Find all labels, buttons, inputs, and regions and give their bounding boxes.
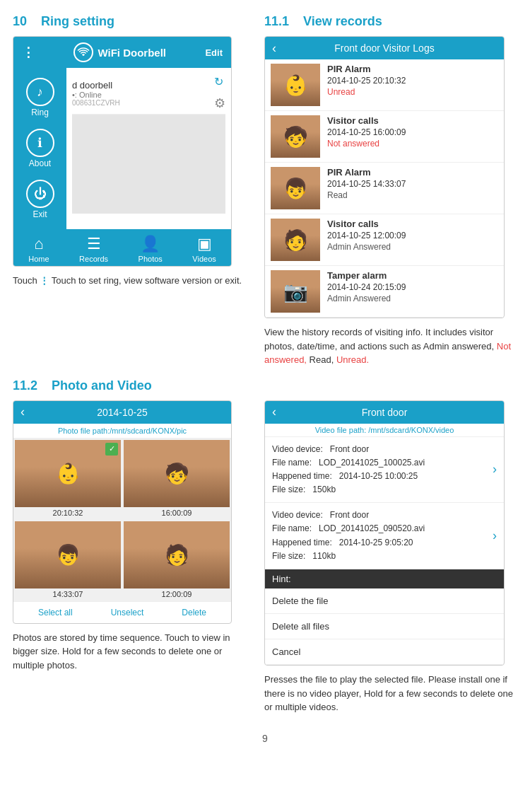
records-desc-text1: View the history records of visiting inf… xyxy=(264,327,497,352)
delete-button[interactable]: Delete xyxy=(182,608,206,617)
log-info-3: PIR Alarm 2014-10-25 14:33:07 Read xyxy=(320,167,498,200)
device-status: Online xyxy=(79,91,102,99)
unselect-button[interactable]: Unselect xyxy=(111,608,144,617)
phone-main-content: d doorbell •: Online 008631CZVRH ↻ ⚙ xyxy=(66,68,231,229)
video-description: Presses the file to play the selected fi… xyxy=(264,673,517,714)
records-description: View the history records of visiting inf… xyxy=(264,325,517,367)
video-mockup: ‹ Front door Video file path: /mnt/sdcar… xyxy=(264,400,505,666)
photo-ts-4: 12:00:09 xyxy=(124,588,230,600)
nav-records[interactable]: ☰ Records xyxy=(79,235,108,263)
nav-photos[interactable]: 👤 Photos xyxy=(139,235,163,263)
nav-videos[interactable]: ▣ Videos xyxy=(192,235,216,263)
video-info-1: Video device: Front door File name: LOD_… xyxy=(272,443,493,497)
menu-dots-icon[interactable]: ⋮ xyxy=(22,45,35,60)
photo-img-2 xyxy=(124,440,230,507)
photo-ts-2: 16:00:09 xyxy=(124,507,230,518)
about-label: About xyxy=(29,158,51,168)
video-device-2: Front door xyxy=(330,510,369,520)
photo-cell-3[interactable]: 14:33:07 xyxy=(15,521,121,600)
photo-video-num: 11.2 xyxy=(13,378,37,393)
refresh-icon[interactable]: ↻ xyxy=(214,75,225,88)
photo-pair-1: ✓ 20:10:32 16:00:09 xyxy=(13,439,231,520)
video-entry-1[interactable]: Video device: Front door File name: LOD_… xyxy=(265,437,504,504)
log-status-2: Not answered xyxy=(327,139,498,149)
log-info-1: PIR Alarm 2014-10-25 20:10:32 Unread xyxy=(320,64,498,97)
photo-header: ‹ 2014-10-25 xyxy=(13,401,231,424)
log-title-5: Tamper alarm xyxy=(327,270,498,281)
log-status-3: Read xyxy=(327,190,498,200)
photo-img-1: ✓ xyxy=(15,440,121,507)
log-date-5: 2014-10-24 20:15:09 xyxy=(327,282,498,292)
phone-body: ♪ Ring ℹ About ⏻ Exit xyxy=(13,68,231,229)
ring-desc-text: Touch to set ring, view software version… xyxy=(52,275,242,286)
settings-icon[interactable]: ⚙ xyxy=(214,95,225,111)
device-name-text: d doorbell xyxy=(72,80,120,91)
menu-cancel[interactable]: Cancel xyxy=(265,639,504,665)
page-container: 10 Ring setting ⋮ WiFi Doorbell xyxy=(0,0,530,765)
ring-icon: ♪ xyxy=(26,78,54,106)
menu-delete-all[interactable]: Delete all files xyxy=(265,614,504,639)
photo-cell-4[interactable]: 12:00:09 xyxy=(124,521,230,600)
records-desc-read: Read, xyxy=(307,354,336,365)
ring-setting-section: 10 Ring setting ⋮ WiFi Doorbell xyxy=(13,14,253,378)
log-entry-2[interactable]: Visitor calls 2014-10-25 16:00:09 Not an… xyxy=(265,111,504,163)
photo-grid: ✓ 20:10:32 16:00:09 xyxy=(13,439,231,601)
log-entry-5[interactable]: Tamper alarm 2014-10-24 20:15:09 Admin A… xyxy=(265,266,504,318)
log-title-4: Visitor calls xyxy=(327,219,498,229)
menu-delete-file[interactable]: Delete the file xyxy=(265,588,504,614)
video-back-arrow-icon[interactable]: ‹ xyxy=(272,405,276,419)
records-desc-unread: Unread. xyxy=(336,354,369,365)
phone-bottom-nav: ⌂ Home ☰ Records 👤 Photos ▣ Videos xyxy=(13,229,231,266)
photo-date: 2014-10-25 xyxy=(97,407,148,418)
sidebar-item-about[interactable]: ℹ About xyxy=(13,124,66,173)
view-records-num: 11.1 xyxy=(264,14,289,28)
log-entry-3[interactable]: PIR Alarm 2014-10-25 14:33:07 Read xyxy=(265,163,504,214)
photo-face-4 xyxy=(124,521,230,588)
hint-label: Hint: xyxy=(272,574,291,584)
home-icon: ⌂ xyxy=(34,235,43,253)
phone-gray-area xyxy=(72,115,225,214)
photo-section: ‹ 2014-10-25 Photo file path:/mnt/sdcard… xyxy=(13,400,253,726)
photo-video-label: Photo and Video xyxy=(52,378,152,393)
photo-cell-1[interactable]: ✓ 20:10:32 xyxy=(15,440,121,518)
video-filepath: Video file path: /mnt/sdcard/KONX/video xyxy=(265,424,504,437)
video-header: ‹ Front door xyxy=(265,401,504,424)
device-name: d doorbell •: Online 008631CZVRH xyxy=(72,80,120,107)
video-chevron-2[interactable]: › xyxy=(493,528,497,543)
exit-icon: ⏻ xyxy=(26,180,54,208)
photo-face-3 xyxy=(15,521,121,588)
photo-check-1: ✓ xyxy=(105,443,118,456)
log-entry-1[interactable]: PIR Alarm 2014-10-25 20:10:32 Unread xyxy=(265,59,504,111)
log-title-2: Visitor calls xyxy=(327,115,498,126)
phone-header: ⋮ WiFi Doorbell Edit xyxy=(13,37,231,68)
video-happened-1: 2014-10-25 10:00:25 xyxy=(339,471,418,481)
video-entry-2[interactable]: Video device: Front door File name: LOD_… xyxy=(265,503,504,569)
sidebar-item-ring[interactable]: ♪ Ring xyxy=(13,74,66,122)
photo-back-arrow-icon[interactable]: ‹ xyxy=(20,405,25,419)
visitor-logs-mockup: ‹ Front door Visitor Logs PIR Alarm 2014… xyxy=(264,36,505,318)
photo-ts-1: 20:10:32 xyxy=(15,507,121,518)
log-date-2: 2014-10-25 16:00:09 xyxy=(327,127,498,137)
records-icon: ☰ xyxy=(87,235,101,253)
video-chevron-1[interactable]: › xyxy=(493,462,497,477)
sidebar-item-exit[interactable]: ⏻ Exit xyxy=(13,175,66,224)
photo-description: Photos are stored by time sequence. Touc… xyxy=(13,631,253,673)
ring-description: Touch ⋮ Touch to set ring, view software… xyxy=(13,274,253,288)
edit-button[interactable]: Edit xyxy=(205,47,223,58)
log-entry-4[interactable]: Visitor calls 2014-10-25 12:00:09 Admin … xyxy=(265,214,504,266)
log-info-4: Visitor calls 2014-10-25 12:00:09 Admin … xyxy=(320,219,498,252)
log-thumb-5 xyxy=(271,270,320,313)
hint-bar: Hint: xyxy=(265,569,504,588)
status-prefix: •: xyxy=(72,91,79,99)
face-4 xyxy=(271,219,320,261)
select-all-button[interactable]: Select all xyxy=(38,608,73,617)
back-arrow-icon[interactable]: ‹ xyxy=(272,41,276,56)
log-date-1: 2014-10-25 20:10:32 xyxy=(327,76,498,86)
log-title-3: PIR Alarm xyxy=(327,167,498,178)
log-thumb-3 xyxy=(271,167,320,209)
nav-home[interactable]: ⌂ Home xyxy=(28,235,49,263)
photo-cell-2[interactable]: 16:00:09 xyxy=(124,440,230,518)
video-size-2: 110kb xyxy=(312,551,336,561)
wifi-doorbell-title: WiFi Doorbell xyxy=(98,47,166,59)
log-date-4: 2014-10-25 12:00:09 xyxy=(327,231,498,240)
